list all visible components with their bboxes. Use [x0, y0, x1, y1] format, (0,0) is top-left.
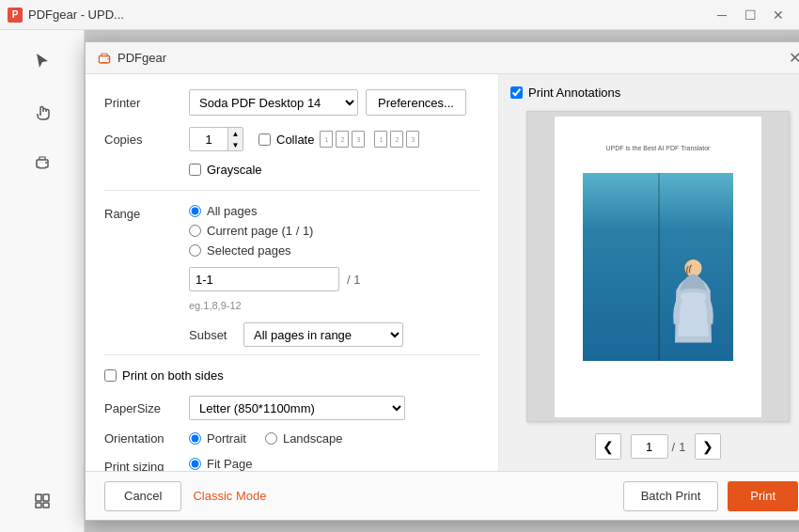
app-body: PDFgear ✕ Printer Soda PDF Desktop 14 Mi… [0, 30, 799, 532]
preview-image [583, 173, 733, 361]
print-preview-panel: Print Annotations UPDF is the Best AI PD… [499, 74, 799, 471]
portrait-label[interactable]: Portrait [207, 431, 246, 446]
person-silhouette [663, 239, 724, 361]
batch-print-button[interactable]: Batch Print [623, 481, 719, 511]
svg-rect-5 [36, 503, 41, 508]
printer-row: Printer Soda PDF Desktop 14 Microsoft Pr… [104, 89, 479, 116]
print-tool-button[interactable] [9, 139, 75, 186]
maximize-button[interactable]: ☐ [737, 4, 763, 26]
collate-icons: 1 2 3 1 2 3 [320, 131, 419, 148]
all-pages-label[interactable]: All pages [207, 204, 257, 218]
all-pages-radio[interactable] [189, 205, 201, 217]
dialog-title-text: PDFgear [118, 51, 166, 65]
cursor-tool-button[interactable] [9, 38, 75, 85]
page-total-text: / [672, 440, 676, 454]
copies-input[interactable] [190, 128, 227, 150]
print-options-panel: Printer Soda PDF Desktop 14 Microsoft Pr… [86, 74, 499, 471]
collate-checkbox[interactable] [258, 133, 271, 146]
paper-size-select[interactable]: Letter (850*1100mm) A4 Legal [189, 396, 405, 420]
subset-select[interactable]: All pages in range Even pages only Odd p… [243, 322, 403, 347]
svg-point-8 [107, 58, 109, 60]
svg-rect-1 [39, 164, 45, 167]
annotations-row: Print Annotations [510, 86, 620, 100]
svg-rect-3 [36, 494, 41, 501]
both-sides-label[interactable]: Print on both sides [122, 368, 224, 383]
next-page-button[interactable]: ❯ [695, 433, 721, 460]
left-sidebar [0, 30, 85, 532]
printer-label: Printer [104, 96, 189, 110]
fit-page-radio[interactable] [189, 458, 201, 470]
print-sizing-row: Print sizing Fit Page Actual Size [104, 457, 479, 471]
dialog-footer: Cancel Classic Mode Batch Print Print [86, 471, 799, 520]
page-total-number: 1 [679, 440, 685, 454]
orientation-row: Orientation Portrait Landscape [104, 431, 479, 446]
title-bar-controls: ─ ☐ ✕ [709, 4, 791, 26]
current-page-label[interactable]: Current page (1 / 1) [207, 224, 313, 238]
prev-page-button[interactable]: ❮ [595, 433, 621, 460]
hand-tool-button[interactable] [9, 88, 75, 135]
range-row: Range All pages Current page (1 / 1) [104, 204, 479, 347]
title-bar-text: PDFgear - UPD... [28, 8, 124, 22]
dialog-overlay: PDFgear ✕ Printer Soda PDF Desktop 14 Mi… [85, 30, 799, 532]
dialog-title-bar: PDFgear ✕ [86, 42, 799, 74]
copies-label: Copies [104, 133, 189, 147]
copies-down-button[interactable]: ▼ [227, 139, 243, 150]
grayscale-row: Grayscale [104, 163, 479, 177]
both-sides-row: Print on both sides [104, 368, 479, 383]
close-app-button[interactable]: ✕ [765, 4, 791, 26]
page-number-input[interactable] [631, 434, 668, 459]
range-text-input[interactable] [189, 267, 339, 291]
divider-1 [104, 190, 479, 191]
printer-select[interactable]: Soda PDF Desktop 14 Microsoft Print to P… [189, 89, 358, 116]
selected-pages-radio[interactable] [189, 244, 201, 257]
print-annotations-checkbox[interactable] [510, 86, 523, 99]
svg-rect-6 [43, 503, 49, 508]
dialog-print-icon [97, 51, 112, 66]
app-icon: P [8, 8, 23, 23]
preview-text: UPDF is the Best AI PDF Translator [555, 145, 761, 151]
classic-mode-button[interactable]: Classic Mode [193, 489, 266, 503]
print-button[interactable]: Print [728, 481, 798, 511]
paper-size-label: PaperSize [104, 401, 189, 415]
cancel-button[interactable]: Cancel [104, 481, 181, 511]
subset-label: Subset [189, 328, 236, 342]
preferences-button[interactable]: Preferences... [366, 89, 466, 116]
paper-size-row: PaperSize Letter (850*1100mm) A4 Legal [104, 396, 479, 420]
current-page-radio[interactable] [189, 225, 201, 237]
grayscale-checkbox[interactable] [189, 164, 201, 176]
landscape-radio[interactable] [265, 432, 277, 445]
dialog-close-button[interactable]: ✕ [783, 47, 799, 70]
preview-page: UPDF is the Best AI PDF Translator [526, 111, 790, 422]
copies-up-button[interactable]: ▲ [227, 128, 243, 139]
copies-row: Copies ▲ ▼ Collate [104, 127, 479, 151]
print-dialog: PDFgear ✕ Printer Soda PDF Desktop 14 Mi… [85, 41, 799, 521]
page-thumbnail-button[interactable] [9, 477, 75, 524]
range-label: Range [104, 204, 189, 221]
orientation-label: Orientation [104, 431, 189, 446]
selected-pages-label[interactable]: Selected pages [207, 243, 291, 258]
print-annotations-label[interactable]: Print Annotations [528, 86, 620, 100]
dialog-body: Printer Soda PDF Desktop 14 Microsoft Pr… [86, 74, 799, 471]
landscape-label[interactable]: Landscape [283, 431, 343, 446]
range-total: / 1 [347, 273, 360, 287]
svg-point-2 [45, 162, 47, 164]
fit-page-label[interactable]: Fit Page [207, 457, 252, 471]
both-sides-checkbox[interactable] [104, 369, 117, 382]
svg-rect-4 [43, 494, 49, 501]
copies-spinner: ▲ ▼ [189, 127, 243, 151]
title-bar-left: P PDFgear - UPD... [8, 8, 124, 23]
range-hint: eg.1,8,9-12 [189, 300, 403, 311]
collate-label[interactable]: Collate [276, 133, 314, 147]
print-sizing-label: Print sizing [104, 457, 189, 471]
divider-2 [104, 354, 479, 355]
portrait-radio[interactable] [189, 432, 201, 445]
minimize-button[interactable]: ─ [709, 4, 735, 26]
grayscale-label[interactable]: Grayscale [207, 163, 262, 177]
page-navigation: ❮ / 1 ❯ [595, 433, 722, 460]
title-bar: P PDFgear - UPD... ─ ☐ ✕ [0, 0, 799, 30]
